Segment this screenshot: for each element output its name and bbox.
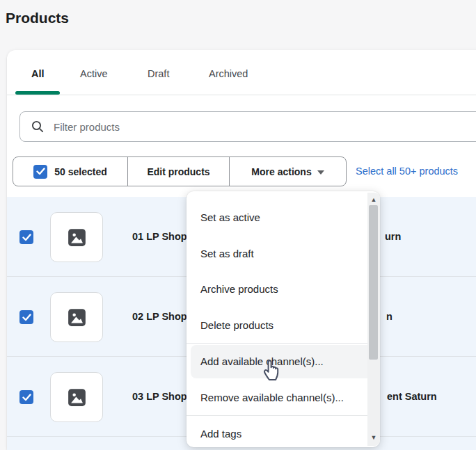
products-page: Products All Active Draft Archived 50 se… (0, 0, 476, 450)
image-placeholder-icon (68, 388, 86, 407)
checkmark-icon (22, 394, 31, 401)
menu-item-add-tags[interactable]: Add tags (187, 416, 367, 447)
menu-item-set-as-active[interactable]: Set as active (187, 200, 367, 236)
checkmark-icon (22, 314, 31, 321)
image-placeholder-icon (68, 228, 86, 247)
edit-products-label: Edit products (147, 166, 209, 177)
row-2-checkbox[interactable] (19, 310, 33, 324)
more-actions-menu: Set as active Set as draft Archive produ… (187, 191, 380, 447)
filter-bar (19, 111, 476, 142)
tab-archived[interactable]: Archived (209, 68, 248, 79)
selected-count-button[interactable]: 50 selected (13, 157, 127, 186)
row-3-checkbox[interactable] (19, 390, 33, 404)
menu-item-delete-products[interactable]: Delete products (187, 307, 367, 344)
filter-products-input[interactable] (19, 111, 476, 142)
product-name-fragment: urn (385, 197, 401, 276)
scrollbar-up-arrow-icon[interactable]: ▲ (367, 194, 380, 205)
product-thumbnail (50, 372, 103, 422)
product-name-fragment: n (386, 277, 392, 356)
tab-all[interactable]: All (31, 68, 45, 79)
image-placeholder-icon (68, 308, 86, 327)
more-actions-label: More actions (251, 166, 311, 177)
menu-scrollbar[interactable]: ▲ ▼ (367, 193, 380, 446)
select-all-products-link[interactable]: Select all 50+ products (356, 166, 458, 177)
chevron-down-icon (317, 170, 324, 175)
more-actions-button[interactable]: More actions (229, 157, 346, 186)
menu-item-archive-products[interactable]: Archive products (187, 271, 367, 307)
checkmark-icon (36, 168, 45, 175)
product-thumbnail (50, 212, 103, 262)
product-thumbnail (50, 292, 103, 342)
selected-count-label: 50 selected (54, 166, 107, 177)
edit-products-button[interactable]: Edit products (127, 157, 229, 186)
menu-item-list: Set as active Set as draft Archive produ… (187, 191, 367, 447)
product-name-fragment: ent Saturn (387, 357, 437, 436)
page-title: Products (6, 10, 69, 26)
checkmark-icon (22, 234, 31, 241)
product-name: 01 LP Shop (132, 197, 187, 276)
select-all-checkbox[interactable] (33, 165, 47, 179)
tab-draft[interactable]: Draft (148, 68, 169, 79)
menu-item-remove-available-channels[interactable]: Remove available channel(s)... (187, 380, 367, 416)
product-name: 03 LP Shop (132, 357, 187, 436)
product-name: 02 LP Shop (132, 277, 187, 356)
tab-bar: All Active Draft Archived (7, 50, 476, 95)
menu-item-add-available-channels[interactable]: Add available channel(s)... (187, 344, 367, 380)
menu-item-set-as-draft[interactable]: Set as draft (187, 236, 367, 272)
tabs-divider (7, 95, 476, 95)
scrollbar-down-arrow-icon[interactable]: ▼ (367, 432, 380, 443)
scrollbar-thumb[interactable] (369, 205, 378, 360)
bulk-actions-bar: 50 selected Edit products More actions (13, 156, 347, 186)
row-1-checkbox[interactable] (19, 230, 33, 244)
tab-active[interactable]: Active (80, 68, 108, 79)
